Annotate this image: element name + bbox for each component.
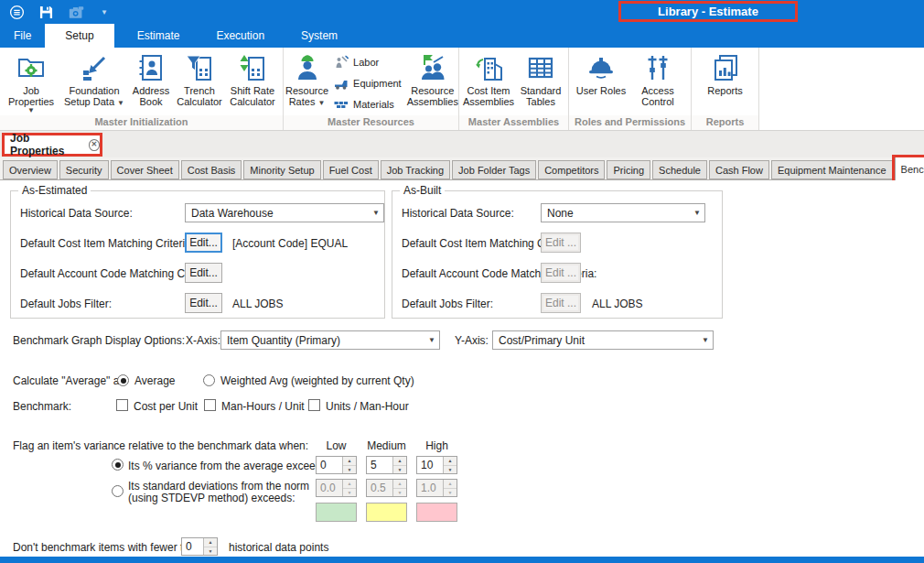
tab-benchmarking[interactable]: Benchmarking bbox=[895, 157, 924, 180]
low-color-swatch[interactable] bbox=[316, 503, 357, 522]
edit-account-code-criteria-button[interactable]: Edit... bbox=[185, 263, 222, 283]
std-deviation-label-line2: (using STDEVP method) exceeds: bbox=[128, 492, 295, 504]
tab-job-tracking[interactable]: Job Tracking bbox=[381, 160, 450, 179]
resource-rates-button[interactable]: Resource Rates ▼ bbox=[285, 50, 328, 107]
combo-caret-icon: ▼ bbox=[693, 209, 701, 217]
screenshot-camera-icon[interactable] bbox=[68, 5, 86, 19]
jobs-filter-label: Default Jobs Filter: bbox=[402, 298, 493, 310]
high-color-swatch[interactable] bbox=[416, 503, 457, 522]
average-radio[interactable] bbox=[117, 374, 129, 386]
labor-button[interactable]: Labor bbox=[334, 55, 402, 70]
chevron-down-icon: ▼ bbox=[27, 107, 35, 114]
cost-item-assemblies-button[interactable]: Cost Item Assemblies bbox=[461, 50, 516, 107]
tab-cash-flow[interactable]: Cash Flow bbox=[709, 160, 769, 179]
group-label-master-initialization: Master Initialization bbox=[0, 115, 283, 130]
medium-color-swatch[interactable] bbox=[366, 503, 407, 522]
spinner-arrows-icon[interactable]: ▲▼ bbox=[342, 457, 356, 473]
combo-caret-icon: ▼ bbox=[428, 336, 435, 344]
tab-equipment-maintenance[interactable]: Equipment Maintenance bbox=[771, 160, 893, 179]
ribbon-group-master-initialization: Job Properties ▼ Foundation Setup Data ▼… bbox=[0, 48, 284, 130]
save-icon[interactable] bbox=[39, 5, 53, 19]
edit-cost-item-criteria-button[interactable]: Edit... bbox=[185, 233, 222, 253]
job-properties-button[interactable]: Job Properties ▼ bbox=[2, 50, 60, 114]
man-hours-unit-checkbox[interactable] bbox=[204, 399, 216, 411]
equipment-button[interactable]: Equipment bbox=[334, 76, 402, 91]
min-data-points-prefix: Don't benchmark items with fewer than bbox=[13, 541, 201, 554]
tab-estimate[interactable]: Estimate bbox=[124, 24, 194, 48]
shift-rate-calculator-icon bbox=[238, 53, 267, 82]
spinner-arrows-icon[interactable]: ▲▼ bbox=[392, 457, 406, 473]
tab-cover-sheet[interactable]: Cover Sheet bbox=[111, 160, 179, 179]
jobs-filter-value: ALL JOBS bbox=[232, 298, 284, 310]
pct-medium-spinner[interactable]: 5 ▲▼ bbox=[366, 456, 407, 474]
as-built-groupbox: As-Built Historical Data Source: None ▼ … bbox=[392, 190, 723, 319]
calculate-average-label: Calculate "Average" as: bbox=[13, 374, 128, 387]
tab-cost-basis[interactable]: Cost Basis bbox=[181, 160, 242, 179]
user-roles-button[interactable]: User Roles bbox=[571, 50, 631, 96]
ribbon-group-reports: Reports Reports bbox=[692, 48, 759, 130]
weighted-avg-radio[interactable] bbox=[203, 374, 215, 386]
as-built-title: As-Built bbox=[400, 184, 445, 197]
min-data-points-suffix: historical data points bbox=[229, 541, 328, 554]
tab-setup[interactable]: Setup bbox=[45, 24, 113, 48]
cost-item-assemblies-icon bbox=[474, 53, 503, 82]
document-tab-job-properties[interactable]: Job Properties ✕ bbox=[2, 133, 102, 157]
y-axis-combo[interactable]: Cost/Primary Unit ▼ bbox=[492, 330, 714, 350]
foundation-setup-data-button[interactable]: Foundation Setup Data ▼ bbox=[60, 50, 128, 107]
tab-overview[interactable]: Overview bbox=[3, 160, 58, 179]
man-hours-unit-label: Man-Hours / Unit bbox=[221, 400, 305, 413]
pct-variance-radio[interactable] bbox=[112, 459, 124, 471]
quick-access-toolbar: ▼ bbox=[9, 0, 108, 24]
tab-minority-setup[interactable]: Minority Setup bbox=[243, 160, 320, 179]
pct-high-spinner[interactable]: 10 ▲▼ bbox=[416, 456, 457, 474]
tab-fuel-cost[interactable]: Fuel Cost bbox=[323, 160, 379, 179]
units-man-hour-checkbox[interactable] bbox=[308, 399, 320, 411]
benchmarking-panel: As-Estimated Historical Data Source: Dat… bbox=[0, 180, 924, 557]
tab-security[interactable]: Security bbox=[59, 160, 109, 179]
ribbon-group-master-resources: Resource Rates ▼ Labor Equipment Materia… bbox=[284, 48, 459, 130]
std-deviation-radio[interactable] bbox=[112, 485, 124, 497]
tab-job-folder-tags[interactable]: Job Folder Tags bbox=[452, 160, 536, 179]
spinner-arrows-icon[interactable]: ▲▼ bbox=[443, 457, 457, 473]
min-data-points-spinner[interactable]: 0 ▲▼ bbox=[181, 537, 218, 556]
access-control-button[interactable]: Access Control bbox=[631, 50, 684, 107]
tab-competitors[interactable]: Competitors bbox=[538, 160, 605, 179]
tab-execution[interactable]: Execution bbox=[202, 24, 278, 48]
column-header-high: High bbox=[416, 439, 457, 452]
document-tab-label: Job Properties bbox=[10, 132, 82, 157]
tab-schedule[interactable]: Schedule bbox=[652, 160, 707, 179]
resource-assemblies-icon bbox=[418, 53, 447, 82]
cost-item-criteria-label: Default Cost Item Matching Criteria: bbox=[20, 237, 194, 250]
app-logo-icon[interactable] bbox=[9, 5, 25, 20]
toolbar-dropdown-icon[interactable]: ▼ bbox=[101, 8, 108, 16]
x-axis-combo[interactable]: Item Quantity (Primary) ▼ bbox=[220, 330, 440, 350]
historical-data-source-combo[interactable]: None ▼ bbox=[541, 203, 705, 222]
edit-cost-item-criteria-button: Edit ... bbox=[541, 233, 581, 253]
historical-data-source-combo[interactable]: Data Warehouse ▼ bbox=[185, 203, 384, 222]
pct-low-spinner[interactable]: 0 ▲▼ bbox=[316, 456, 357, 474]
weighted-avg-radio-label: Weighted Avg (weighted by current Qty) bbox=[220, 374, 414, 387]
edit-jobs-filter-button[interactable]: Edit... bbox=[185, 293, 222, 313]
spinner-arrows-icon[interactable]: ▲▼ bbox=[203, 538, 217, 555]
trench-calculator-button[interactable]: Trench Calculator bbox=[174, 50, 225, 107]
equipment-icon bbox=[334, 76, 349, 91]
resource-assemblies-button[interactable]: Resource Assemblies bbox=[407, 50, 458, 107]
tab-pricing[interactable]: Pricing bbox=[607, 160, 650, 179]
reports-button[interactable]: Reports bbox=[698, 50, 753, 96]
ribbon: Job Properties ▼ Foundation Setup Data ▼… bbox=[0, 48, 924, 131]
tab-system[interactable]: System bbox=[287, 24, 351, 48]
spinner-arrows-icon: ▲▼ bbox=[342, 480, 356, 496]
bottom-status-strip bbox=[0, 557, 924, 563]
group-label-master-assemblies: Master Assemblies bbox=[459, 115, 568, 130]
address-book-button[interactable]: Address Book bbox=[128, 50, 174, 107]
resource-rates-icon bbox=[293, 53, 322, 82]
edit-jobs-filter-button: Edit ... bbox=[541, 293, 581, 313]
cost-per-unit-checkbox[interactable] bbox=[116, 399, 128, 411]
close-icon[interactable]: ✕ bbox=[89, 139, 100, 151]
materials-button[interactable]: Materials bbox=[334, 97, 402, 112]
shift-rate-calculator-button[interactable]: Shift Rate Calculator bbox=[225, 50, 280, 107]
standard-tables-button[interactable]: Standard Tables bbox=[516, 50, 565, 107]
cost-item-criteria-value: [Account Code] EQUAL bbox=[232, 237, 348, 250]
tab-file[interactable]: File bbox=[0, 24, 45, 48]
benchmark-label: Benchmark: bbox=[13, 400, 71, 413]
